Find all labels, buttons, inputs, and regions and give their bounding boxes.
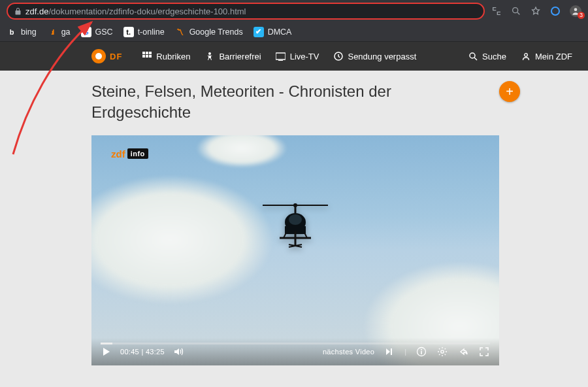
svg-rect-3 xyxy=(142,52,145,54)
controls-divider: | xyxy=(404,348,406,356)
svg-rect-4 xyxy=(146,52,148,54)
duration: 43:25 xyxy=(146,348,165,356)
svg-line-14 xyxy=(474,58,477,60)
nav-label: Rubriken xyxy=(156,52,190,61)
bookmark-label: Google Trends xyxy=(189,27,243,37)
gsc-icon: G xyxy=(81,27,91,37)
fullscreen-button[interactable] xyxy=(478,346,490,358)
nav-sendung-verpasst[interactable]: Sendung verpasst xyxy=(333,51,416,61)
tv-icon xyxy=(276,51,286,61)
bookmark-dmca[interactable]: ✔ DMCA xyxy=(253,27,292,37)
watermark-sub: info xyxy=(127,148,148,159)
clock-icon xyxy=(333,51,344,61)
star-icon[interactable] xyxy=(531,6,541,16)
user-icon xyxy=(521,51,531,61)
current-time: 00:45 xyxy=(120,348,139,356)
svg-point-13 xyxy=(470,53,475,58)
svg-rect-11 xyxy=(278,60,283,61)
analytics-icon: .ıl xyxy=(47,27,57,37)
profile-avatar[interactable]: 3 xyxy=(570,5,581,17)
play-button[interactable] xyxy=(101,346,112,358)
bookmark-google-trends[interactable]: 〽 Google Trends xyxy=(175,27,243,37)
video-frame xyxy=(91,135,499,365)
player-controls: 00:45 | 43:25 nächstes Video | xyxy=(91,338,499,365)
url-path: /dokumentation/zdfinfo-doku/erdgeschicht… xyxy=(48,7,246,16)
svg-point-2 xyxy=(574,8,578,11)
bookmarks-bar: b bing .ıl ga G GSC t. t-online 〽 Google… xyxy=(0,22,588,42)
watermark-brand: zdf xyxy=(111,148,125,160)
zoom-icon[interactable] xyxy=(511,6,521,16)
svg-point-32 xyxy=(441,350,444,353)
video-player[interactable]: zdf info 00:45 | 43:25 nächstes Video | xyxy=(91,135,499,365)
svg-rect-8 xyxy=(149,55,152,58)
svg-rect-7 xyxy=(146,55,148,58)
add-button[interactable]: + xyxy=(499,81,520,102)
nav-mein-zdf[interactable]: Mein ZDF xyxy=(521,51,572,61)
nav-label: Barrierefrei xyxy=(219,52,261,61)
translate-icon[interactable] xyxy=(491,6,502,16)
channel-watermark: zdf info xyxy=(111,148,148,160)
share-button[interactable] xyxy=(457,346,469,358)
svg-rect-28 xyxy=(391,348,392,355)
svg-point-0 xyxy=(513,8,518,13)
nav-label: Live-TV xyxy=(290,52,319,61)
lock-icon xyxy=(14,7,22,15)
bookmark-label: DMCA xyxy=(268,27,292,37)
bookmark-gsc[interactable]: G GSC xyxy=(81,27,113,37)
next-video-button[interactable] xyxy=(384,346,395,358)
bookmark-label: bing xyxy=(21,27,37,37)
bookmark-label: GSC xyxy=(95,27,113,37)
volume-button[interactable] xyxy=(172,346,184,358)
nav-suche[interactable]: Suche xyxy=(468,51,506,61)
svg-point-9 xyxy=(208,52,211,55)
bookmark-label: ga xyxy=(61,27,71,37)
search-icon xyxy=(468,51,478,61)
dmca-icon: ✔ xyxy=(253,27,264,37)
svg-point-30 xyxy=(421,349,422,350)
nav-barrierefrei[interactable]: Barrierefrei xyxy=(204,51,261,61)
time-display: 00:45 | 43:25 xyxy=(120,348,165,356)
grid-icon xyxy=(142,51,152,61)
svg-rect-31 xyxy=(421,351,422,354)
address-bar[interactable]: zdf.de/dokumentation/zdfinfo-doku/erdges… xyxy=(7,3,485,20)
info-button[interactable] xyxy=(416,346,427,358)
plus-icon: + xyxy=(506,84,514,99)
svg-rect-5 xyxy=(149,52,152,54)
extension-circle-icon[interactable] xyxy=(550,6,561,16)
svg-rect-10 xyxy=(276,53,286,59)
nav-label: Sendung verpasst xyxy=(348,52,416,61)
helicopter-image xyxy=(256,194,335,252)
zdf-logo[interactable]: DF xyxy=(91,49,122,63)
nav-live-tv[interactable]: Live-TV xyxy=(276,51,319,61)
bookmark-bing[interactable]: b bing xyxy=(7,27,37,37)
nav-label: Suche xyxy=(482,52,506,61)
accessibility-icon xyxy=(204,51,215,61)
settings-button[interactable] xyxy=(436,346,448,358)
next-video-label: nächstes Video xyxy=(323,348,374,356)
page-viewport: DF Rubriken Barrierefrei Live-TV Sendung… xyxy=(0,42,588,387)
bookmark-label: t-online xyxy=(138,27,165,37)
svg-point-20 xyxy=(289,214,302,225)
zdf-logo-icon xyxy=(91,49,106,63)
svg-line-1 xyxy=(517,12,519,14)
tonline-icon: t. xyxy=(123,27,134,37)
bookmark-ga[interactable]: .ıl ga xyxy=(47,27,71,37)
nav-label: Mein ZDF xyxy=(535,52,572,61)
browser-omnibox-row: zdf.de/dokumentation/zdfinfo-doku/erdges… xyxy=(0,0,588,22)
omnibox-actions: 3 xyxy=(491,5,581,17)
zdf-logo-text: DF xyxy=(110,52,122,61)
page-title: Steine, Felsen, Meteoriten - Chronisten … xyxy=(91,81,418,124)
trends-icon: 〽 xyxy=(175,27,186,37)
content-area: Steine, Felsen, Meteoriten - Chronisten … xyxy=(0,71,588,365)
svg-point-15 xyxy=(525,54,528,57)
bookmark-tonline[interactable]: t. t-online xyxy=(123,27,165,37)
site-header: DF Rubriken Barrierefrei Live-TV Sendung… xyxy=(0,42,588,71)
bing-icon: b xyxy=(7,27,17,37)
profile-badge: 3 xyxy=(578,12,585,19)
svg-rect-6 xyxy=(142,55,145,58)
nav-rubriken[interactable]: Rubriken xyxy=(142,51,190,61)
url-host: zdf.de xyxy=(25,7,48,16)
